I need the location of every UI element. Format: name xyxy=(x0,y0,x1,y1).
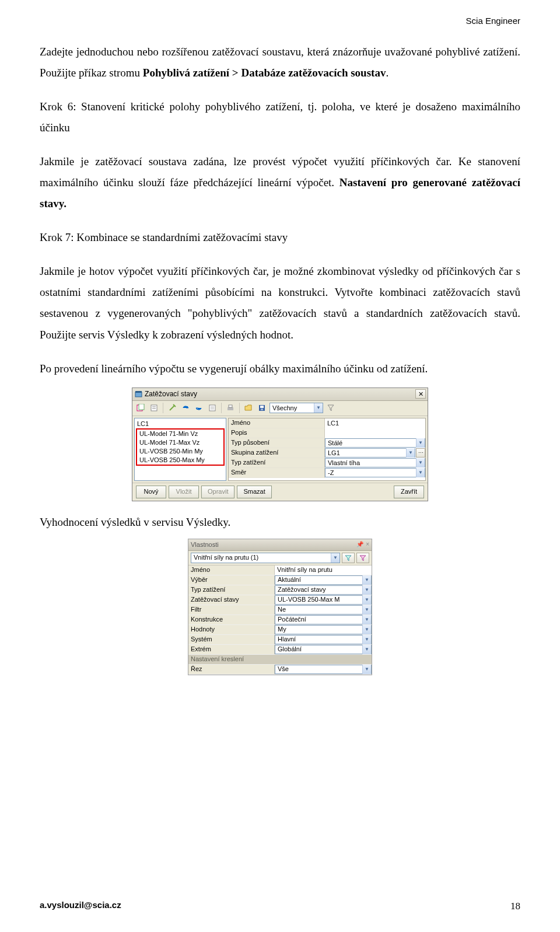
p1-text-c: . xyxy=(386,67,388,79)
panel-combo[interactable]: My▼ xyxy=(275,625,372,634)
prop-row: Směr -Z▼ xyxy=(229,468,425,478)
panel-property-grid: JménoVnitřní síly na prutu VýběrAktuální… xyxy=(188,566,372,675)
panel-label: Typ zatížení xyxy=(188,585,275,595)
list-item[interactable]: UL-VOSB 250-Min My xyxy=(137,447,223,456)
list-item[interactable]: UL-Model 71-Max Vz xyxy=(137,438,223,447)
paragraph-6: Po provedení lineárního výpočtu se vygen… xyxy=(40,358,520,379)
panel-row: Typ zatíženíZatěžovací stavy▼ xyxy=(188,585,372,595)
insert-button[interactable]: Vložit xyxy=(169,486,199,498)
prop-value: -Z xyxy=(328,469,334,477)
chevron-down-icon: ▼ xyxy=(362,615,371,624)
prop-combo[interactable]: -Z▼ xyxy=(325,468,425,477)
toolbar-filter-value: Všechny xyxy=(272,404,297,412)
panel-combo[interactable]: Vše▼ xyxy=(275,665,372,674)
prop-label: Směr xyxy=(229,468,325,478)
prop-label: Typ zatížení xyxy=(229,458,325,468)
toolbar-btn-2[interactable] xyxy=(148,402,160,414)
toolbar-btn-6[interactable] xyxy=(206,402,218,414)
prop-combo[interactable]: LG1▼ xyxy=(325,448,415,458)
panel-icon-btn-2[interactable] xyxy=(356,553,369,563)
chevron-down-icon: ▼ xyxy=(331,553,340,563)
paragraph-5: Jakmile je hotov výpočet využití příčink… xyxy=(40,261,520,345)
panel-value: Ne xyxy=(278,606,286,613)
list-item[interactable]: LC1 xyxy=(135,420,226,428)
dialog-titlebar: Zatěžovací stavy ✕ xyxy=(132,388,428,401)
panel-value: UL-VOSB 250-Max M xyxy=(278,596,340,603)
toolbar-btn-save[interactable] xyxy=(256,402,268,414)
paragraph-4: Krok 7: Kombinace se standardními zatěžo… xyxy=(40,227,520,248)
paragraph-3: Jakmile je zatěžovací soustava zadána, l… xyxy=(40,151,520,214)
list-item[interactable]: UL-Model 71-Min Vz xyxy=(137,430,223,438)
svg-rect-0 xyxy=(135,392,142,397)
panel-row: JménoVnitřní síly na prutu xyxy=(188,566,372,575)
prop-extra-button[interactable]: ⋯ xyxy=(416,448,425,458)
panel-combo[interactable]: Globální▼ xyxy=(275,645,372,654)
load-case-listbox[interactable]: LC1 UL-Model 71-Min Vz UL-Model 71-Max V… xyxy=(134,418,226,481)
panel-label: Konstrukce xyxy=(188,615,275,624)
toolbar-btn-4[interactable] xyxy=(180,402,191,414)
panel-close-icon[interactable]: × xyxy=(366,541,369,548)
chevron-down-icon: ▼ xyxy=(362,665,371,674)
panel-combo[interactable]: Počáteční▼ xyxy=(275,615,372,624)
toolbar-filter-combo[interactable]: Všechny ▼ xyxy=(270,403,323,413)
panel-combo[interactable]: Hlavní▼ xyxy=(275,635,372,644)
panel-row: SystémHlavní▼ xyxy=(188,635,372,645)
panel-label: Systém xyxy=(188,635,275,644)
panel-row: ExtrémGlobální▼ xyxy=(188,645,372,655)
panel-combo[interactable]: Ne▼ xyxy=(275,605,372,615)
panel-value: Globální xyxy=(278,645,302,653)
prop-combo[interactable]: Vlastní tíha▼ xyxy=(325,458,425,467)
toolbar-btn-open[interactable] xyxy=(243,402,254,414)
panel-icon-btn-1[interactable] xyxy=(342,553,355,563)
panel-section-label: Nastavení kreslení xyxy=(188,655,372,664)
chevron-down-icon: ▼ xyxy=(406,448,415,458)
svg-rect-4 xyxy=(151,405,157,411)
panel-label: Řez xyxy=(188,665,275,674)
panel-value: Hlavní xyxy=(278,636,296,643)
chevron-down-icon: ▼ xyxy=(314,403,323,413)
dialog-icon xyxy=(135,390,142,398)
page-number: 18 xyxy=(510,897,520,916)
chevron-down-icon: ▼ xyxy=(416,458,425,467)
property-grid: Jméno LC1 Popis Typ působení Stálé▼ Skup… xyxy=(228,418,426,481)
chevron-down-icon: ▼ xyxy=(362,595,371,605)
prop-value: Stálé xyxy=(328,439,342,447)
toolbar-btn-1[interactable] xyxy=(135,402,146,414)
footer-email: a.vyslouzil@scia.cz xyxy=(40,897,121,916)
chevron-down-icon: ▼ xyxy=(362,625,371,634)
list-item[interactable]: UL-VOSB 250-Max My xyxy=(137,456,223,465)
ellipsis-icon: ⋯ xyxy=(418,450,424,456)
panel-combo[interactable]: Zatěžovací stavy▼ xyxy=(275,585,372,595)
toolbar-btn-5[interactable] xyxy=(193,402,205,414)
panel-value: Počáteční xyxy=(278,616,306,623)
prop-row: Skupina zatížení LG1▼ ⋯ xyxy=(229,448,425,458)
toolbar-btn-funnel[interactable] xyxy=(325,402,337,414)
prop-combo[interactable]: Stálé▼ xyxy=(325,438,425,448)
pin-icon[interactable]: 📌 xyxy=(356,541,363,548)
prop-label: Typ působení xyxy=(229,438,325,448)
panel-row: Zatěžovací stavyUL-VOSB 250-Max M▼ xyxy=(188,595,372,605)
panel-selector-combo[interactable]: Vnitřní síly na prutu (1) ▼ xyxy=(191,553,340,563)
panel-label: Hodnoty xyxy=(188,625,275,634)
new-button[interactable]: Nový xyxy=(136,486,166,498)
panel-combo[interactable]: Aktuální▼ xyxy=(275,575,372,585)
panel-label: Extrém xyxy=(188,645,275,654)
prop-row: Popis xyxy=(229,428,425,438)
prop-value[interactable]: LC1 xyxy=(325,420,425,427)
prop-label: Jméno xyxy=(229,418,325,428)
edit-button[interactable]: Opravit xyxy=(201,486,235,498)
chevron-down-icon: ▼ xyxy=(362,575,371,585)
panel-title: Vlastnosti xyxy=(191,541,219,549)
panel-value: Zatěžovací stavy xyxy=(278,586,326,594)
close-button[interactable]: ✕ xyxy=(415,389,426,399)
chevron-down-icon: ▼ xyxy=(362,645,371,654)
panel-combo[interactable]: UL-VOSB 250-Max M▼ xyxy=(275,595,372,605)
toolbar-btn-3[interactable] xyxy=(166,402,178,414)
prop-row: Typ zatížení Vlastní tíha▼ xyxy=(229,458,425,468)
panel-value[interactable]: Vnitřní síly na prutu xyxy=(275,566,335,574)
header-app-name: Scia Engineer xyxy=(40,13,520,30)
close-dialog-button[interactable]: Zavřít xyxy=(394,486,424,498)
svg-rect-12 xyxy=(229,405,232,407)
delete-button[interactable]: Smazat xyxy=(237,486,271,498)
toolbar-btn-print[interactable] xyxy=(225,402,236,414)
